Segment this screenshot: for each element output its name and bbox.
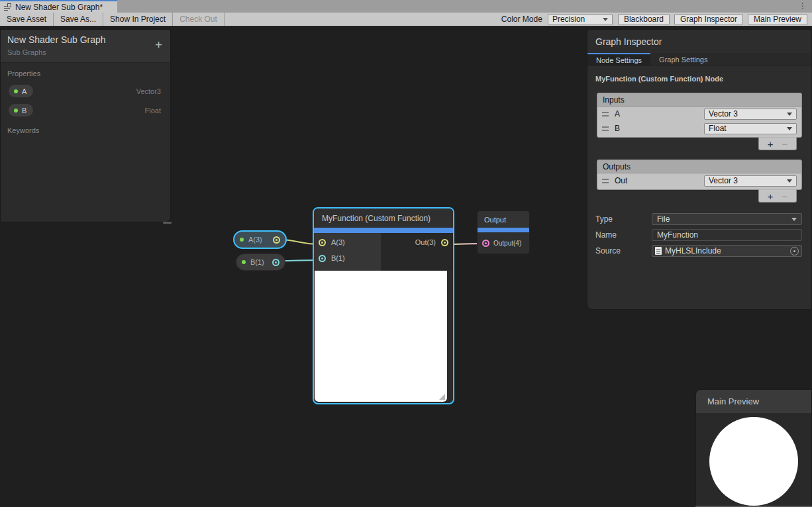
keywords-section-label: Keywords <box>7 126 170 134</box>
name-input[interactable]: MyFunction <box>652 229 802 241</box>
inspector-tab-strip: Node Settings Graph Settings <box>587 53 811 66</box>
window-menu-icon[interactable]: ⋮ <box>799 1 807 12</box>
property-node-a[interactable]: A(3) <box>233 230 287 249</box>
inputs-list-header: Inputs <box>597 93 801 107</box>
output-port-icon[interactable] <box>441 239 448 246</box>
show-in-project-button[interactable]: Show In Project <box>103 13 173 26</box>
inputs-row-a[interactable]: A Vector 3 <box>597 107 801 121</box>
node-accent-bar <box>314 228 453 233</box>
property-type: Float <box>145 107 161 115</box>
source-field-label: Source <box>595 246 652 255</box>
source-value: MyHLSLInclude <box>665 246 721 255</box>
row-name: A <box>615 109 620 118</box>
add-property-button[interactable]: + <box>155 38 162 51</box>
tab-title: New Shader Sub Graph* <box>15 3 103 12</box>
node-settings-heading: MyFunction (Custom Function) Node <box>595 75 803 83</box>
port-label: Output(4) <box>493 240 521 247</box>
row-type-dropdown[interactable]: Vector 3 <box>704 175 797 187</box>
property-node-b[interactable]: B(1) <box>236 254 285 271</box>
output-port-icon[interactable] <box>273 236 280 244</box>
input-port-icon[interactable] <box>319 255 326 262</box>
property-name: B <box>22 107 26 115</box>
name-value: MyFunction <box>657 230 698 240</box>
remove-input-button[interactable]: − <box>782 138 787 150</box>
source-object-field[interactable]: MyHLSLInclude <box>652 245 802 257</box>
type-value: File <box>657 214 670 224</box>
object-picker-icon[interactable] <box>790 247 799 255</box>
outputs-list-header: Outputs <box>597 160 801 173</box>
drag-handle-icon[interactable] <box>602 126 609 131</box>
properties-section-label: Properties <box>7 69 170 77</box>
chevron-down-icon <box>791 218 797 221</box>
property-node-label: B(1) <box>250 258 264 266</box>
node-preview-resize-handle[interactable] <box>439 394 445 400</box>
property-node-label: A(3) <box>248 236 262 244</box>
blackboard-toggle-button[interactable]: Blackboard <box>618 14 670 25</box>
row-type-dropdown[interactable]: Vector 3 <box>704 109 797 120</box>
graph-inspector-panel: Graph Inspector Node Settings Graph Sett… <box>587 29 812 310</box>
property-name: A <box>22 87 26 95</box>
input-port-row-a: A(3) <box>319 238 345 246</box>
chevron-down-icon <box>787 179 792 183</box>
remove-output-button[interactable]: − <box>782 191 787 202</box>
chevron-down-icon <box>787 127 792 130</box>
node-accent-bar <box>478 228 529 232</box>
main-preview-title[interactable]: Main Preview <box>696 390 811 413</box>
property-type: Vector3 <box>136 87 161 95</box>
custom-function-node[interactable]: MyFunction (Custom Function) A(3) B(1) O… <box>313 207 454 404</box>
property-dot-icon <box>14 109 18 113</box>
row-type-value: Vector 3 <box>709 109 738 118</box>
blackboard-property-row[interactable]: B Float <box>1 101 170 120</box>
color-mode-label: Color Mode <box>496 15 548 24</box>
property-dot-icon <box>240 238 244 242</box>
row-type-dropdown[interactable]: Float <box>704 123 797 134</box>
blackboard-property-row[interactable]: A Vector3 <box>1 81 170 101</box>
blackboard-resize-handle[interactable] <box>163 222 172 224</box>
row-name: Out <box>615 176 627 185</box>
preview-sphere <box>709 417 798 506</box>
add-input-button[interactable]: + <box>768 138 774 150</box>
drag-handle-icon[interactable] <box>602 179 609 183</box>
output-port-icon[interactable] <box>272 259 279 266</box>
node-title[interactable]: Output <box>478 211 529 228</box>
property-pill-b[interactable]: B <box>9 104 33 116</box>
row-type-value: Float <box>709 124 727 133</box>
property-pill-a[interactable]: A <box>9 85 33 97</box>
output-node[interactable]: Output Output(4) <box>477 210 530 254</box>
tab-new-shader-sub-graph[interactable]: New Shader Sub Graph* <box>0 0 117 13</box>
save-as-button[interactable]: Save As... <box>54 13 103 26</box>
graph-toolbar: Save Asset Save As... Show In Project Ch… <box>0 13 812 26</box>
type-field-label: Type <box>595 214 652 224</box>
save-asset-button[interactable]: Save Asset <box>0 13 54 26</box>
input-port-icon[interactable] <box>319 239 326 246</box>
tab-bar: New Shader Sub Graph* ⋮ <box>0 0 812 13</box>
outputs-row-out[interactable]: Out Vector 3 <box>597 173 801 188</box>
blackboard-subtitle: Sub Graphs <box>7 48 164 56</box>
add-output-button[interactable]: + <box>768 191 774 202</box>
type-dropdown[interactable]: File <box>652 213 802 225</box>
shader-graph-asset-icon <box>4 3 12 11</box>
check-out-button[interactable]: Check Out <box>173 13 225 26</box>
blackboard-panel: New Shader Sub Graph Sub Graphs + Proper… <box>0 29 171 222</box>
input-port-icon[interactable] <box>482 240 489 247</box>
row-type-value: Vector 3 <box>709 176 738 185</box>
blackboard-header: New Shader Sub Graph Sub Graphs + <box>1 30 170 63</box>
inspector-title: Graph Inspector <box>587 30 811 53</box>
property-dot-icon <box>242 260 246 264</box>
inputs-footer-buttons: + − <box>758 137 797 150</box>
name-field-label: Name <box>595 230 652 240</box>
outputs-footer-buttons: + − <box>758 189 797 203</box>
inputs-row-b[interactable]: B Float <box>597 121 801 136</box>
inputs-list: Inputs A Vector 3 B Float <box>597 93 802 138</box>
file-icon <box>655 247 662 255</box>
port-label: Out(3) <box>415 238 436 246</box>
tab-node-settings[interactable]: Node Settings <box>587 53 650 66</box>
outputs-list: Outputs Out Vector 3 <box>597 160 802 190</box>
node-title[interactable]: MyFunction (Custom Function) <box>314 208 453 228</box>
blackboard-title: New Shader Sub Graph <box>7 34 164 45</box>
graph-inspector-toggle-button[interactable]: Graph Inspector <box>674 14 743 25</box>
drag-handle-icon[interactable] <box>602 112 609 116</box>
tab-graph-settings[interactable]: Graph Settings <box>650 53 716 66</box>
color-mode-dropdown[interactable]: Precision <box>548 14 613 25</box>
main-preview-toggle-button[interactable]: Main Preview <box>748 14 807 25</box>
